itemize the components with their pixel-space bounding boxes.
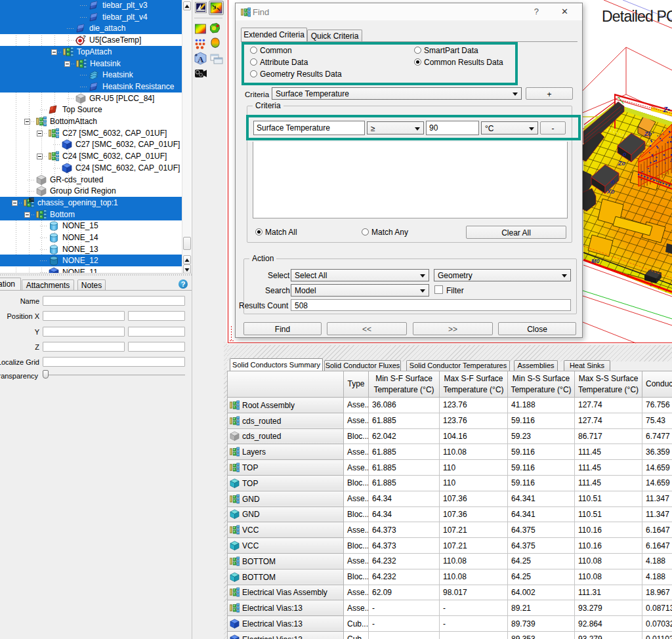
svg-text:A: A xyxy=(198,54,204,64)
svg-text:Zo: Zo xyxy=(644,131,652,137)
svg-text:Xo: Xo xyxy=(606,188,615,195)
svg-text:M0: M0 xyxy=(591,258,600,264)
svg-text:Z•: Z• xyxy=(663,106,670,113)
svg-text:Detailed PCB: Detailed PCB xyxy=(602,8,672,25)
svg-text:o: o xyxy=(611,178,615,185)
svg-text:Zo: Zo xyxy=(618,160,625,167)
svg-text:o: o xyxy=(623,151,627,157)
